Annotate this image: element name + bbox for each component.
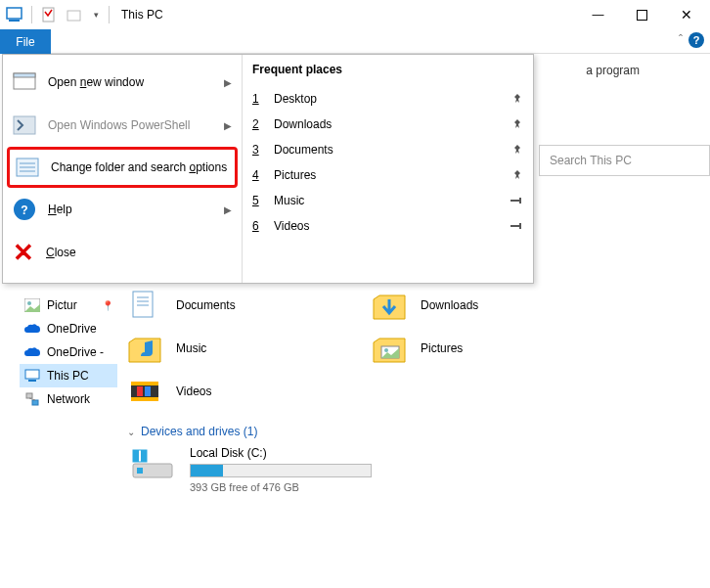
- pictures-folder-icon: [372, 331, 407, 366]
- svg-rect-32: [131, 382, 158, 385]
- ribbon-collapse-icon[interactable]: ˆ: [679, 33, 683, 47]
- nav-tree: Pictur 📍 OneDrive OneDrive - This PC Net…: [20, 294, 117, 411]
- open-powershell-label: Open Windows PowerShell: [48, 118, 190, 132]
- svg-text:?: ?: [21, 204, 27, 217]
- hint-text: a program: [586, 64, 640, 77]
- svg-rect-17: [519, 223, 521, 229]
- chevron-right-icon: ▶: [224, 77, 232, 88]
- file-menu-left: Open new window ▶ Open Windows PowerShel…: [3, 55, 242, 283]
- content-area: Documents Downloads Music Pictures Video…: [127, 284, 675, 493]
- help-item[interactable]: ? Help ▶: [3, 188, 242, 231]
- tree-onedrive-1[interactable]: OneDrive: [20, 317, 117, 340]
- folder-downloads[interactable]: Downloads: [372, 284, 616, 327]
- open-new-window-item[interactable]: Open new window ▶: [3, 61, 242, 104]
- app-icon: [5, 5, 24, 24]
- network-icon: [23, 391, 41, 407]
- frequent-place-downloads[interactable]: 2Downloads: [252, 112, 523, 137]
- pin-default-icon[interactable]: [510, 221, 523, 231]
- tree-network[interactable]: Network: [20, 387, 117, 411]
- svg-rect-1: [9, 20, 20, 22]
- svg-rect-40: [141, 450, 147, 456]
- chevron-right-icon: ▶: [224, 120, 232, 131]
- open-powershell-item[interactable]: Open Windows PowerShell ▶: [3, 104, 242, 147]
- documents-icon: [127, 288, 162, 323]
- frequent-places-panel: Frequent places 1Desktop 2Downloads 3Doc…: [242, 55, 533, 283]
- folder-documents[interactable]: Documents: [127, 284, 372, 327]
- tree-onedrive-2[interactable]: OneDrive -: [20, 340, 117, 364]
- pin-icon[interactable]: [511, 118, 523, 130]
- svg-rect-42: [141, 456, 147, 462]
- videos-icon: [127, 374, 162, 409]
- svg-rect-3: [67, 11, 80, 21]
- tree-this-pc[interactable]: This PC: [20, 364, 117, 387]
- svg-point-19: [27, 301, 31, 305]
- properties-icon[interactable]: [39, 5, 59, 24]
- svg-rect-35: [145, 386, 151, 396]
- search-placeholder: Search This PC: [550, 154, 632, 167]
- drive-local-c[interactable]: Local Disk (C:) 393 GB free of 476 GB: [131, 446, 675, 493]
- frequent-place-desktop[interactable]: 1Desktop: [252, 86, 523, 112]
- ribbon-area: ˆ ?: [51, 29, 710, 54]
- this-pc-icon: [23, 368, 41, 384]
- drive-info: Local Disk (C:) 393 GB free of 476 GB: [190, 446, 372, 493]
- svg-rect-15: [519, 198, 521, 204]
- folder-music[interactable]: Music: [127, 327, 372, 370]
- svg-rect-23: [32, 400, 38, 405]
- drive-usage-bar: [190, 464, 372, 477]
- chevron-right-icon: ▶: [224, 204, 232, 215]
- svg-rect-7: [14, 116, 35, 134]
- window-icon: [13, 72, 36, 92]
- frequent-place-documents[interactable]: 3Documents: [252, 137, 523, 162]
- svg-rect-39: [133, 450, 139, 456]
- close-item[interactable]: ✕ Close: [3, 231, 242, 274]
- devices-header[interactable]: ⌄ Devices and drives (1): [127, 425, 675, 438]
- svg-rect-37: [137, 468, 143, 474]
- downloads-icon: [372, 288, 407, 323]
- help-icon[interactable]: ?: [688, 32, 704, 48]
- search-input[interactable]: Search This PC: [539, 145, 710, 176]
- pin-icon[interactable]: [511, 169, 523, 181]
- maximize-button[interactable]: [620, 0, 664, 29]
- svg-rect-25: [133, 292, 153, 317]
- pin-icon[interactable]: [511, 144, 523, 156]
- ribbon: File ˆ ?: [0, 29, 710, 54]
- svg-rect-41: [133, 456, 139, 462]
- minimize-button[interactable]: —: [576, 0, 620, 29]
- titlebar: ▾ This PC — ✕: [0, 0, 710, 29]
- svg-rect-0: [7, 8, 22, 19]
- frequent-places-header: Frequent places: [252, 63, 523, 76]
- folder-videos[interactable]: Videos: [127, 370, 372, 413]
- options-icon: [16, 158, 39, 177]
- change-folder-options-item[interactable]: Change folder and search options: [7, 147, 238, 188]
- new-folder-icon[interactable]: [65, 5, 84, 24]
- svg-rect-34: [137, 386, 143, 396]
- music-icon: [127, 331, 162, 366]
- tree-pictures[interactable]: Pictur 📍: [20, 294, 117, 317]
- frequent-place-pictures[interactable]: 4Pictures: [252, 162, 523, 188]
- help-circle-icon: ?: [13, 198, 36, 221]
- powershell-icon: [13, 115, 36, 135]
- pin-icon[interactable]: [511, 93, 523, 105]
- pictures-icon: [23, 297, 41, 313]
- frequent-place-music[interactable]: 5Music: [252, 188, 523, 213]
- svg-rect-21: [28, 380, 36, 382]
- onedrive-icon: [23, 344, 41, 360]
- folder-pictures[interactable]: Pictures: [372, 327, 616, 370]
- onedrive-icon: [23, 321, 41, 337]
- svg-rect-4: [638, 10, 647, 20]
- frequent-place-videos[interactable]: 6Videos: [252, 213, 523, 239]
- drive-name: Local Disk (C:): [190, 446, 372, 460]
- qat-dropdown-icon[interactable]: ▾: [90, 5, 102, 24]
- close-x-icon: ✕: [13, 238, 34, 268]
- svg-rect-6: [14, 73, 35, 77]
- file-tab[interactable]: File: [0, 29, 51, 54]
- close-window-button[interactable]: ✕: [664, 0, 708, 29]
- svg-rect-33: [131, 397, 158, 401]
- pin-icon: 📍: [102, 300, 113, 311]
- svg-rect-22: [26, 393, 32, 398]
- svg-point-30: [384, 348, 388, 352]
- qat-separator: [31, 6, 32, 23]
- svg-rect-20: [25, 370, 39, 379]
- file-menu: Open new window ▶ Open Windows PowerShel…: [2, 54, 534, 284]
- pin-default-icon[interactable]: [510, 196, 523, 205]
